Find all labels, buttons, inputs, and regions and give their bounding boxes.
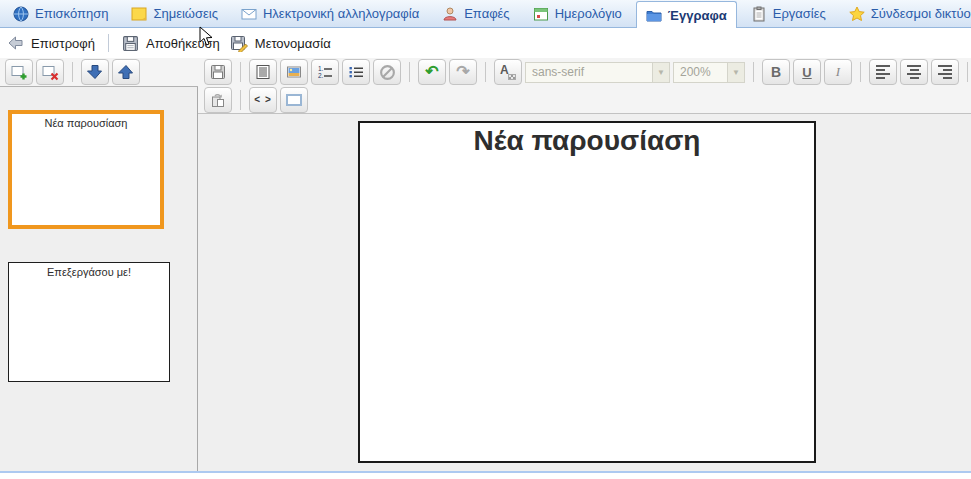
zoom-select[interactable]: 200% ▼ bbox=[673, 62, 745, 83]
align-left-button[interactable] bbox=[869, 59, 897, 85]
mail-icon bbox=[241, 6, 257, 22]
tab-calendar[interactable]: Ημερολόγιο bbox=[524, 0, 631, 27]
arrow-down-icon bbox=[87, 64, 103, 80]
html-source-icon: < > bbox=[254, 94, 271, 105]
note-icon bbox=[131, 6, 147, 22]
editor-toolbar: 1.2. ↶ ↷ A sans-serif ▼ bbox=[198, 58, 971, 114]
tab-overview[interactable]: Επισκόπηση bbox=[4, 0, 117, 27]
text-block-icon bbox=[255, 64, 271, 80]
html-source-button[interactable]: < > bbox=[249, 87, 277, 113]
font-color-button[interactable]: A bbox=[494, 59, 522, 85]
slide-editor-surface[interactable]: Νέα παρουσίαση bbox=[358, 121, 816, 463]
rename-button[interactable]: Μετονομασία bbox=[230, 35, 331, 52]
back-button-label: Επιστροφή bbox=[31, 36, 95, 51]
move-slide-down-button[interactable] bbox=[81, 59, 109, 85]
forbidden-icon bbox=[379, 64, 396, 81]
separator bbox=[240, 62, 241, 82]
underline-button[interactable]: U bbox=[793, 59, 821, 85]
italic-icon: I bbox=[836, 64, 840, 80]
tab-documents[interactable]: Έγγραφα bbox=[636, 1, 737, 28]
chevron-down-icon: ▼ bbox=[727, 63, 744, 82]
tab-email[interactable]: Ηλεκτρονική αλληλογραφία bbox=[232, 0, 428, 27]
chevron-down-icon: ▼ bbox=[652, 63, 669, 82]
font-family-value: sans-serif bbox=[526, 65, 652, 79]
slide-thumbnail-title: Επεξεργάσου με! bbox=[47, 266, 131, 278]
slide-title-text: Νέα παρουσίαση bbox=[360, 125, 814, 157]
move-slide-up-button[interactable] bbox=[112, 59, 140, 85]
delete-slide-icon bbox=[42, 64, 59, 81]
tab-contacts[interactable]: Επαφές bbox=[433, 0, 518, 27]
undo-button[interactable]: ↶ bbox=[418, 59, 446, 85]
insert-text-button[interactable] bbox=[249, 59, 277, 85]
font-family-select[interactable]: sans-serif ▼ bbox=[525, 62, 670, 83]
contact-icon bbox=[442, 6, 458, 22]
slide-thumbnail-1-selected[interactable]: Νέα παρουσίαση bbox=[8, 110, 164, 229]
align-right-icon bbox=[938, 65, 952, 79]
separator bbox=[240, 90, 241, 110]
mouse-cursor bbox=[199, 26, 213, 47]
slide-thumbnail-title: Νέα παρουσίαση bbox=[45, 117, 128, 129]
insert-image-button[interactable] bbox=[280, 59, 308, 85]
tab-weblinks[interactable]: Σύνδεσμοι δικτύου bbox=[840, 0, 971, 27]
separator bbox=[72, 62, 73, 82]
editor-toolbar-row1: 1.2. ↶ ↷ A sans-serif ▼ bbox=[198, 58, 971, 86]
separator bbox=[409, 62, 410, 82]
delete-slide-button[interactable] bbox=[36, 59, 64, 85]
tab-label: Επαφές bbox=[464, 6, 509, 21]
zoom-value: 200% bbox=[674, 65, 727, 79]
tab-label: Σημειώσεις bbox=[153, 6, 218, 21]
separator bbox=[108, 34, 109, 52]
tab-tasks[interactable]: Εργασίες bbox=[742, 0, 835, 27]
tab-label: Επισκόπηση bbox=[35, 6, 108, 21]
bullet-list-button[interactable] bbox=[342, 59, 370, 85]
slide-canvas-area: Νέα παρουσίαση bbox=[198, 114, 971, 471]
svg-text:1.: 1. bbox=[318, 65, 324, 72]
back-arrow-icon bbox=[8, 35, 24, 51]
save-slide-button[interactable] bbox=[204, 59, 232, 85]
paste-button[interactable] bbox=[204, 87, 232, 113]
underline-icon: U bbox=[802, 65, 811, 80]
bullet-list-icon bbox=[348, 64, 364, 80]
editor-toolbar-row2: < > bbox=[198, 86, 971, 113]
tasks-clipboard-icon bbox=[751, 6, 767, 22]
redo-arrow-icon: ↷ bbox=[456, 64, 469, 80]
align-right-button[interactable] bbox=[931, 59, 959, 85]
frame-icon bbox=[286, 94, 302, 106]
align-left-icon bbox=[876, 65, 890, 79]
align-center-button[interactable] bbox=[900, 59, 928, 85]
calendar-icon bbox=[533, 6, 549, 22]
arrow-up-icon bbox=[118, 64, 134, 80]
numbered-list-icon: 1.2. bbox=[317, 64, 333, 80]
tab-notes[interactable]: Σημειώσεις bbox=[122, 0, 227, 27]
redo-button[interactable]: ↷ bbox=[449, 59, 477, 85]
slide-thumbnail-panel: Νέα παρουσίαση Επεξεργάσου με! bbox=[0, 87, 198, 471]
italic-button[interactable]: I bbox=[824, 59, 852, 85]
separator bbox=[485, 62, 486, 82]
floppy-icon bbox=[210, 64, 226, 80]
numbered-list-button[interactable]: 1.2. bbox=[311, 59, 339, 85]
slide-thumbnail-2[interactable]: Επεξεργάσου με! bbox=[8, 262, 170, 382]
document-actionbar: Επιστροφή Αποθήκευση Μετονομασία bbox=[0, 28, 971, 58]
align-center-icon bbox=[907, 65, 921, 79]
remove-format-button[interactable] bbox=[373, 59, 401, 85]
module-tabbar: Επισκόπηση Σημειώσεις Ηλεκτρονική αλληλο… bbox=[0, 0, 971, 28]
separator bbox=[967, 62, 968, 82]
bold-button[interactable]: B bbox=[762, 59, 790, 85]
documents-folder-icon bbox=[646, 7, 662, 23]
paste-icon bbox=[210, 92, 226, 108]
slide-list-toolbar bbox=[0, 58, 198, 87]
image-icon bbox=[286, 64, 302, 80]
star-icon bbox=[849, 6, 865, 22]
bold-icon: B bbox=[771, 64, 781, 80]
presentation-editor-window: Επισκόπηση Σημειώσεις Ηλεκτρονική αλληλο… bbox=[0, 0, 971, 479]
separator bbox=[860, 62, 861, 82]
back-button[interactable]: Επιστροφή bbox=[8, 35, 95, 51]
tab-label: Σύνδεσμοι δικτύου bbox=[871, 6, 971, 21]
tab-label: Ημερολόγιο bbox=[555, 6, 622, 21]
add-slide-button[interactable] bbox=[5, 59, 33, 85]
tab-label: Ηλεκτρονική αλληλογραφία bbox=[263, 6, 419, 21]
frame-button[interactable] bbox=[280, 87, 308, 113]
svg-text:2.: 2. bbox=[318, 72, 324, 79]
add-slide-icon bbox=[11, 64, 28, 81]
rename-button-label: Μετονομασία bbox=[255, 36, 331, 51]
